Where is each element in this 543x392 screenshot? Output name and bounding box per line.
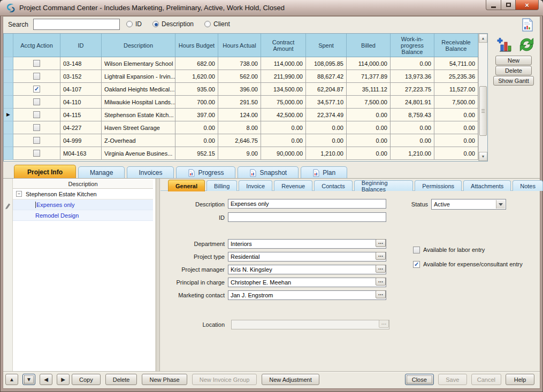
cell-work-in-progress-balance[interactable]: 8,759.43 — [391, 109, 434, 121]
cell-hours-actual[interactable]: 396.00 — [218, 83, 261, 96]
subtab-notes[interactable]: Notes — [513, 180, 543, 191]
cell-id[interactable]: 04-107 — [60, 83, 102, 96]
subtab-contacts[interactable]: Contacts — [314, 180, 352, 191]
table-row[interactable]: 03-148Wilson Elementary School682.00738.… — [4, 57, 478, 70]
acctg-action-checkbox[interactable] — [33, 137, 40, 144]
cancel-button[interactable]: Cancel — [471, 374, 501, 385]
scrollbar-thumb[interactable] — [479, 86, 487, 136]
maximize-button[interactable] — [501, 0, 516, 10]
project-manager-lookup-button[interactable]: … — [376, 265, 386, 273]
cell-spent[interactable]: 88,627.42 — [306, 70, 347, 83]
cell-work-in-progress-balance[interactable]: 0.00 — [391, 134, 434, 147]
cell-hours-budget[interactable]: 682.00 — [175, 57, 218, 70]
table-row[interactable]: 03-152Lightrail Expansion - Irvin...1,62… — [4, 70, 478, 83]
tree-item-remodel-design[interactable]: Remodel Design — [13, 210, 153, 221]
row-selector[interactable] — [4, 147, 13, 160]
cell-hours-actual[interactable]: 738.00 — [218, 57, 261, 70]
row-selector[interactable] — [4, 83, 13, 96]
subtab-invoice[interactable]: Invoice — [239, 180, 272, 191]
cell-spent[interactable]: 62,204.87 — [306, 83, 347, 96]
cell-hours-budget[interactable]: 1,620.00 — [175, 70, 218, 83]
table-row[interactable]: 04-110Milwaukie Hospital Lands...700.002… — [4, 96, 478, 109]
cell-spent[interactable]: 108,095.85 — [306, 57, 347, 70]
collapse-icon[interactable]: − — [16, 191, 22, 197]
new-phase-button[interactable]: New Phase — [142, 374, 187, 385]
cell-hours-budget[interactable]: 397.00 — [175, 109, 218, 121]
save-button[interactable]: Save — [438, 374, 467, 385]
help-button[interactable]: Help — [506, 374, 534, 385]
grid-vertical-scrollbar[interactable]: ▲ ▼ — [478, 34, 487, 161]
id-field[interactable] — [228, 212, 386, 222]
tree-item-expenses-only[interactable]: Expenses only — [13, 199, 153, 210]
acctg-action-cell[interactable] — [13, 121, 60, 134]
acctg-action-cell[interactable] — [13, 147, 60, 160]
chevron-down-icon[interactable] — [496, 200, 505, 209]
acctg-action-cell[interactable] — [13, 134, 60, 147]
cell-hours-actual[interactable]: 9.00 — [218, 147, 261, 160]
acctg-action-cell[interactable] — [13, 57, 60, 70]
add-chart-icon[interactable] — [496, 37, 512, 53]
cell-billed[interactable]: 0.00 — [347, 134, 391, 147]
checkbox-available-for-expense-consultant-entry[interactable]: ✓ — [413, 261, 420, 268]
cell-spent[interactable]: 1,210.00 — [306, 147, 347, 160]
table-row[interactable]: 04-227Haven Street Garage0.008.000.000.0… — [4, 121, 478, 134]
principal-in-charge-lookup-button[interactable]: … — [376, 278, 386, 286]
cell-description[interactable]: Lightrail Expansion - Irvin... — [102, 70, 175, 83]
department-field[interactable] — [228, 239, 386, 249]
acctg-action-cell[interactable] — [13, 70, 60, 83]
cell-description[interactable]: Z-Overhead — [102, 134, 175, 147]
search-input[interactable] — [33, 19, 120, 30]
cell-hours-actual[interactable]: 8.00 — [218, 121, 261, 134]
nav-down-button[interactable]: ▼ — [22, 374, 35, 385]
acctg-action-checkbox[interactable]: ✓ — [33, 86, 40, 93]
checkbox-available-for-labor-entry[interactable] — [413, 247, 420, 253]
cell-billed[interactable]: 0.00 — [347, 147, 391, 160]
cell-work-in-progress-balance[interactable]: 24,801.91 — [391, 96, 434, 109]
cell-contract-amount[interactable]: 0.00 — [261, 121, 306, 134]
department-lookup-button[interactable]: … — [376, 239, 386, 247]
row-selector[interactable] — [4, 70, 13, 83]
cell-spent[interactable]: 34,577.10 — [306, 96, 347, 109]
new-invoice-group-button[interactable]: New Invoice Group — [192, 374, 257, 385]
subtab-attachments[interactable]: Attachments — [463, 180, 511, 191]
description-field[interactable] — [228, 199, 386, 209]
cell-hours-budget[interactable]: 935.00 — [175, 83, 218, 96]
subtab-general[interactable]: General — [168, 180, 205, 191]
cell-work-in-progress-balance[interactable]: 0.00 — [391, 121, 434, 134]
row-selector[interactable] — [4, 121, 13, 134]
cell-receivable-balance[interactable]: 0.00 — [434, 134, 478, 147]
cell-contract-amount[interactable]: 42,500.00 — [261, 109, 306, 121]
delete-button[interactable]: Delete — [495, 66, 532, 75]
acctg-action-cell[interactable] — [13, 109, 60, 121]
row-selector[interactable] — [4, 96, 13, 109]
column-header-acctg-action[interactable]: Acctg Action — [13, 34, 60, 57]
cell-spent[interactable]: 0.00 — [306, 121, 347, 134]
tab-invoices[interactable]: Invoices — [127, 166, 174, 179]
cell-billed[interactable]: 35,111.12 — [347, 83, 391, 96]
cell-description[interactable]: Haven Street Garage — [102, 121, 175, 134]
table-row[interactable]: 04-999Z-Overhead0.002,646.750.000.000.00… — [4, 134, 478, 147]
column-header-contract-amount[interactable]: Contract Amount — [261, 34, 306, 57]
row-selector[interactable]: ▶ — [4, 109, 13, 121]
cell-hours-budget[interactable]: 952.15 — [175, 147, 218, 160]
radio-id-icon[interactable] — [126, 21, 133, 27]
acctg-action-checkbox[interactable] — [33, 98, 40, 105]
cell-hours-actual[interactable]: 562.00 — [218, 70, 261, 83]
column-header-work-in-progress-balance[interactable]: Work-in-progress Balance — [391, 34, 434, 57]
principal-in-charge-field[interactable] — [228, 278, 386, 287]
subtab-billing[interactable]: Billing — [207, 180, 237, 191]
cell-contract-amount[interactable]: 134,500.00 — [261, 83, 306, 96]
nav-left-button[interactable]: ◀ — [40, 374, 52, 385]
cell-billed[interactable]: 0.00 — [347, 121, 391, 134]
cell-id[interactable]: 03-148 — [60, 57, 102, 70]
cell-description[interactable]: Milwaukie Hospital Lands... — [102, 96, 175, 109]
tab-plan[interactable]: Plan — [301, 166, 347, 179]
cell-spent[interactable]: 22,374.49 — [306, 109, 347, 121]
project-type-lookup-button[interactable]: … — [376, 252, 386, 260]
cell-spent[interactable]: 0.00 — [306, 134, 347, 147]
cell-receivable-balance[interactable]: 54,711.00 — [434, 57, 478, 70]
acctg-action-checkbox[interactable] — [33, 111, 40, 118]
project-type-field[interactable] — [228, 252, 386, 262]
acctg-action-cell[interactable]: ✓ — [13, 83, 60, 96]
subtab-revenue[interactable]: Revenue — [274, 180, 312, 191]
